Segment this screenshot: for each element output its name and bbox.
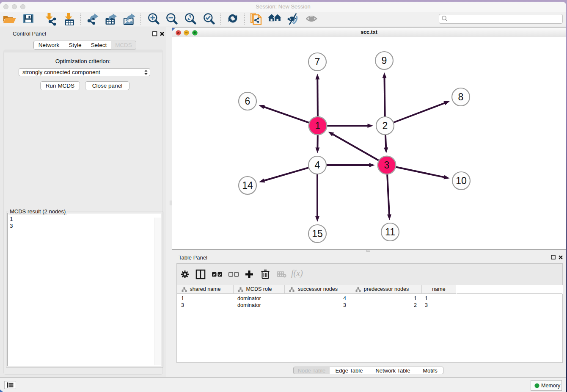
svg-text:11: 11 (385, 226, 395, 237)
svg-text:10: 10 (456, 175, 467, 186)
svg-text:6: 6 (245, 96, 250, 107)
svg-text:15: 15 (312, 228, 323, 239)
svg-text:8: 8 (458, 91, 464, 102)
svg-text:1: 1 (315, 120, 321, 131)
svg-text:2: 2 (383, 120, 388, 131)
svg-text:7: 7 (315, 56, 320, 67)
svg-text:14: 14 (242, 180, 253, 191)
svg-text:9: 9 (382, 55, 387, 66)
svg-text:4: 4 (315, 160, 320, 171)
svg-text:3: 3 (384, 160, 390, 171)
